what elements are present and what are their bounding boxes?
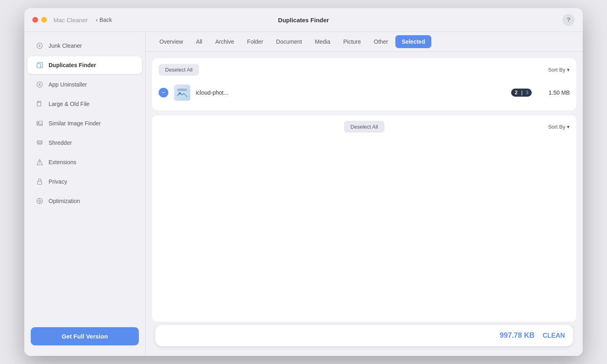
sidebar-item-optimization[interactable]: Optimization xyxy=(28,192,142,210)
back-button[interactable]: ‹ Back xyxy=(96,17,112,23)
file-name: icloud-phot... xyxy=(196,89,505,96)
app-uninstaller-icon xyxy=(36,80,44,89)
similar-image-finder-icon xyxy=(36,119,44,127)
sidebar-item-label: Extensions xyxy=(49,159,76,165)
file-row: − icloud-phot... xyxy=(159,80,570,105)
sidebar-item-label: Optimization xyxy=(49,198,80,204)
tabs-bar: Overview All Archive Folder Document Med… xyxy=(146,32,583,52)
first-section-header: Deselect All Sort By ▾ xyxy=(159,64,570,76)
content-area: Deselect All Sort By ▾ − xyxy=(146,52,583,356)
clean-button[interactable]: CLEAN xyxy=(543,332,565,339)
get-full-version-button[interactable]: Get Full Version xyxy=(31,327,139,345)
sidebar-item-junk-cleaner[interactable]: Junk Cleaner xyxy=(28,37,142,55)
shredder-icon xyxy=(36,139,44,147)
duplicates-finder-icon xyxy=(36,61,44,69)
sort-by-top[interactable]: Sort By ▾ xyxy=(548,67,570,73)
back-chevron: ‹ xyxy=(96,17,98,23)
extensions-icon xyxy=(36,158,44,166)
main-content: Junk Cleaner Duplicates Finder App Unins… xyxy=(24,32,583,356)
deselect-all-button-top[interactable]: Deselect All xyxy=(159,64,199,76)
optimization-icon xyxy=(36,197,44,205)
sort-by-chevron: ▾ xyxy=(567,67,570,73)
sidebar-item-label: App Uninstaller xyxy=(49,81,87,88)
sidebar-item-similar-image-finder[interactable]: Similar Image Finder xyxy=(28,114,142,132)
tab-selected[interactable]: Selected xyxy=(395,35,432,48)
sidebar-item-shredder[interactable]: Shredder xyxy=(28,134,142,152)
window-title: Duplicates Finder xyxy=(278,17,329,23)
back-label: Back xyxy=(100,17,112,23)
sidebar-item-privacy[interactable]: Privacy xyxy=(28,173,142,190)
sidebar-item-label: Duplicates Finder xyxy=(49,62,96,68)
sidebar-item-label: Junk Cleaner xyxy=(49,42,82,49)
badge-selected-count: 2 xyxy=(511,89,521,97)
right-panel: Overview All Archive Folder Document Med… xyxy=(146,32,583,356)
first-section: Deselect All Sort By ▾ − xyxy=(152,58,576,110)
deselect-all-button-bottom[interactable]: Deselect All xyxy=(344,121,384,133)
close-button[interactable] xyxy=(32,17,38,23)
file-thumbnail xyxy=(174,85,190,101)
tab-picture[interactable]: Picture xyxy=(337,32,367,51)
large-old-file-icon xyxy=(36,100,44,108)
tab-all[interactable]: All xyxy=(190,32,208,51)
junk-cleaner-icon xyxy=(36,42,44,50)
tab-overview[interactable]: Overview xyxy=(154,32,189,51)
tab-document[interactable]: Document xyxy=(270,32,308,51)
sidebar-item-app-uninstaller[interactable]: App Uninstaller xyxy=(28,76,142,93)
sidebar-item-label: Large & Old File xyxy=(49,101,89,107)
sidebar-item-label: Privacy xyxy=(49,178,67,185)
file-size: 1.50 MB xyxy=(537,89,570,96)
sidebar-item-large-old-file[interactable]: Large & Old File xyxy=(28,95,142,113)
main-window: Mac Cleaner ‹ Back Duplicates Finder ? J… xyxy=(24,8,583,356)
sidebar-item-extensions[interactable]: Extensions xyxy=(28,153,142,171)
second-section-header: Deselect All Sort By ▾ xyxy=(159,121,570,133)
help-button[interactable]: ? xyxy=(562,14,575,26)
tab-other[interactable]: Other xyxy=(368,32,394,51)
file-badges: 2 | 3 xyxy=(511,89,532,97)
deselect-file-button[interactable]: − xyxy=(159,88,168,97)
sort-by-label: Sort By xyxy=(548,67,565,73)
sort-by-bottom[interactable]: Sort By ▾ xyxy=(548,124,570,130)
svg-rect-1 xyxy=(37,63,40,68)
tab-folder[interactable]: Folder xyxy=(242,32,269,51)
selected-size: 997.78 KB xyxy=(500,331,535,340)
sidebar: Junk Cleaner Duplicates Finder App Unins… xyxy=(24,32,146,356)
sidebar-wrapper: Junk Cleaner Duplicates Finder App Unins… xyxy=(24,36,145,352)
traffic-lights xyxy=(32,17,47,23)
title-bar: Mac Cleaner ‹ Back Duplicates Finder ? xyxy=(24,8,583,32)
svg-rect-11 xyxy=(177,89,187,91)
tab-media[interactable]: Media xyxy=(309,32,336,51)
app-title: Mac Cleaner xyxy=(53,17,88,23)
tab-archive[interactable]: Archive xyxy=(210,32,240,51)
sort-by-label-2: Sort By xyxy=(548,124,565,130)
svg-point-9 xyxy=(39,200,41,202)
svg-rect-3 xyxy=(37,101,41,106)
sort-by-chevron-2: ▾ xyxy=(567,124,570,130)
second-section: Deselect All Sort By ▾ xyxy=(152,115,576,322)
privacy-icon xyxy=(36,178,44,186)
badge-total-count: 3 xyxy=(522,89,532,97)
minimize-button[interactable] xyxy=(41,17,47,23)
sidebar-bottom: Get Full Version xyxy=(24,311,145,352)
sidebar-item-duplicates-finder[interactable]: Duplicates Finder xyxy=(28,56,142,74)
sidebar-item-label: Similar Image Finder xyxy=(49,120,101,127)
svg-rect-6 xyxy=(37,142,42,143)
bottom-bar: 997.78 KB CLEAN xyxy=(155,325,573,346)
sidebar-item-label: Shredder xyxy=(49,140,72,146)
svg-rect-7 xyxy=(38,181,42,184)
